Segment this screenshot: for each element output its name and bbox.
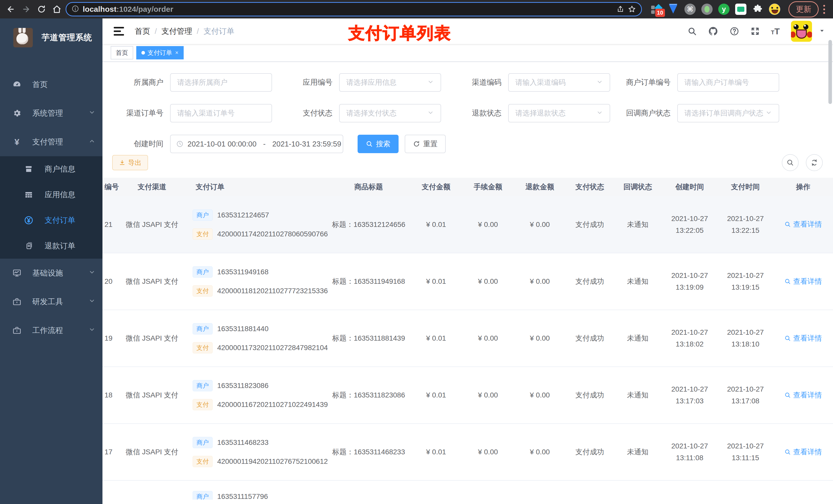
breadcrumb-home[interactable]: 首页: [135, 26, 150, 37]
reload-icon[interactable]: [35, 3, 48, 16]
view-detail-link[interactable]: 查看详情: [784, 333, 822, 343]
url-bar[interactable]: localhost:1024/pay/order: [66, 2, 642, 16]
font-size-icon[interactable]: TT: [771, 26, 780, 37]
sidebar-item-refund-order[interactable]: 退款订单: [0, 233, 102, 259]
cell-notify: 未通知: [614, 424, 662, 480]
cell-status: 支付成功: [566, 310, 614, 367]
sidebar-item-workflow[interactable]: 工作流程: [0, 316, 102, 345]
cell-ops: 查看详情: [773, 253, 833, 310]
top-navbar: 首页 / 支付管理 / 支付订单 支付订单列表: [102, 19, 833, 44]
forward-icon[interactable]: [20, 3, 33, 16]
column-header: 支付金额: [410, 178, 462, 196]
profile-avatar-icon[interactable]: [769, 4, 780, 15]
refresh-table-button[interactable]: [806, 154, 823, 171]
view-detail-link[interactable]: 查看详情: [784, 447, 822, 457]
chrome-update-button[interactable]: 更新: [788, 1, 819, 18]
sidebar-item-label: 支付管理: [32, 137, 89, 147]
cell-title: 标题：1635311949168: [327, 253, 410, 310]
table-tools: [782, 154, 823, 171]
logo-image: [13, 28, 33, 47]
column-header: 创建时间: [662, 178, 718, 196]
reset-button[interactable]: 重置: [405, 135, 446, 153]
sidebar-item-devtools[interactable]: 研发工具: [0, 287, 102, 316]
app-logo[interactable]: 芋道管理系统: [0, 19, 102, 57]
vertical-scrollbar[interactable]: [828, 40, 832, 104]
cell-status: 支付成功: [566, 424, 614, 480]
extensions-puzzle-icon[interactable]: [752, 4, 763, 15]
merchant-tag: 商户: [193, 323, 213, 334]
date-start[interactable]: 2021-10-01 00:00:00: [188, 140, 256, 148]
app-select[interactable]: 请选择应用信息: [339, 73, 441, 92]
share-icon[interactable]: [617, 5, 624, 13]
close-icon[interactable]: ×: [175, 49, 178, 56]
channel-code-select[interactable]: 请输入渠道编码: [508, 73, 610, 92]
select-placeholder: 请选择应用信息: [346, 78, 427, 87]
view-detail-link[interactable]: 查看详情: [784, 390, 822, 400]
tab-pay-order[interactable]: 支付订单 ×: [136, 46, 184, 59]
callback-status-select[interactable]: 请选择订单回调商户状态: [677, 104, 779, 122]
cell-fee: ¥ 0.00: [462, 196, 514, 253]
pay-status-select[interactable]: 请选择支付状态: [339, 104, 441, 122]
search-button-label: 搜索: [376, 139, 390, 149]
github-icon[interactable]: [708, 26, 718, 37]
cell-create-time: 2021-10-2713:19:09: [662, 253, 718, 310]
refund-status-select[interactable]: 请选择退款状态: [508, 104, 610, 122]
column-header: 手续金额: [462, 178, 514, 196]
tab-home[interactable]: 首页: [111, 46, 133, 59]
hamburger-icon[interactable]: [110, 24, 127, 38]
caret-down-icon[interactable]: [819, 27, 825, 35]
show-search-button[interactable]: [782, 154, 799, 171]
back-icon[interactable]: [4, 3, 18, 16]
sidebar-item-system[interactable]: 系统管理: [0, 99, 102, 127]
browser-chrome: localhost:1024/pay/order 10 ⌘ y 更新: [0, 0, 833, 19]
export-button[interactable]: 导出: [112, 155, 148, 170]
table-row: 20 微信 JSAPI 支付 商户1635311949168 支付4200001…: [102, 253, 833, 310]
sidebar-item-merchant-info[interactable]: 商户信息: [0, 156, 102, 182]
view-detail-link[interactable]: 查看详情: [784, 219, 822, 229]
merchant-order-no-input[interactable]: [677, 73, 779, 92]
site-info-icon[interactable]: [71, 5, 79, 14]
bookmark-star-icon[interactable]: [628, 5, 636, 13]
search-button[interactable]: 搜索: [358, 135, 399, 153]
active-dot: [141, 51, 145, 54]
extension-chat-icon[interactable]: [735, 4, 746, 15]
user-avatar[interactable]: [791, 21, 812, 42]
channel-order-no-input[interactable]: [170, 104, 272, 122]
filter-label-pay-status: 支付状态: [275, 108, 339, 118]
date-range-picker[interactable]: 2021-10-01 00:00:00 - 2021-10-31 23:59:5…: [170, 135, 343, 153]
help-icon[interactable]: [730, 26, 739, 36]
search-icon: [786, 159, 794, 166]
select-placeholder: 请选择退款状态: [515, 108, 596, 118]
extension-tabs-icon[interactable]: 10: [651, 4, 662, 15]
cell-ops: 查看详情: [773, 367, 833, 424]
channel-order-no-field[interactable]: [177, 109, 265, 117]
pay-submenu: 商户信息 应用信息 支付订单: [0, 156, 102, 259]
extension-gem-icon[interactable]: [668, 4, 679, 15]
merchant-input-field[interactable]: [177, 78, 265, 87]
sidebar-item-pay[interactable]: ¥ 支付管理: [0, 127, 102, 156]
cell-title: 标题：1635311468233: [327, 424, 410, 480]
navbar-actions: TT: [688, 21, 825, 42]
chrome-menu-icon[interactable]: [823, 5, 825, 14]
fullscreen-icon[interactable]: [751, 27, 760, 36]
extension-record-icon[interactable]: [701, 4, 713, 15]
cell-id: 17: [102, 424, 122, 480]
sidebar-item-pay-order[interactable]: 支付订单: [0, 208, 102, 233]
home-icon[interactable]: [50, 3, 64, 16]
document-icon: [24, 241, 34, 250]
sidebar-item-home[interactable]: 首页: [0, 70, 102, 99]
pay-tag: 支付: [193, 229, 213, 240]
column-header: 支付时间: [717, 178, 773, 196]
merchant-order-no-field[interactable]: [685, 78, 772, 87]
view-detail-link[interactable]: 查看详情: [784, 277, 822, 286]
search-icon[interactable]: [688, 27, 697, 36]
cell-notify: 未通知: [614, 367, 662, 424]
tab-label: 首页: [116, 49, 128, 57]
sidebar-item-infra[interactable]: 基础设施: [0, 259, 102, 287]
date-end[interactable]: 2021-10-31 23:59:59: [272, 140, 341, 148]
sidebar-item-app-info[interactable]: 应用信息: [0, 182, 102, 208]
extension-command-icon[interactable]: ⌘: [685, 4, 696, 15]
breadcrumb-pay[interactable]: 支付管理: [161, 26, 192, 37]
extension-y-icon[interactable]: y: [718, 4, 730, 15]
merchant-input[interactable]: [170, 73, 272, 92]
